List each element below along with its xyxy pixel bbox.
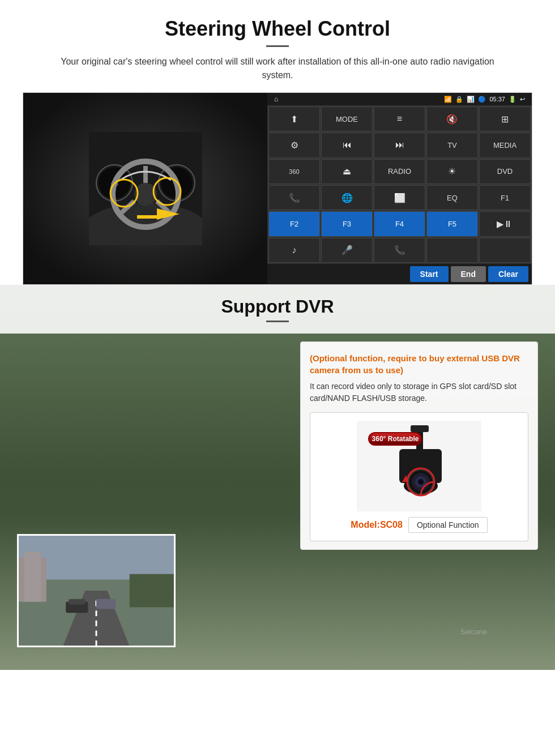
dvr-camera-svg: 360° Rotatable [357,421,481,511]
f1-btn[interactable]: F1 [479,185,531,210]
dvd-btn[interactable]: DVD [479,159,531,184]
svg-rect-17 [137,215,159,219]
sim-icon: 📊 [467,96,475,103]
svg-point-36 [418,479,424,485]
next-btn[interactable]: ⏭ [374,133,425,157]
settings-btn[interactable]: ⚙ [268,133,320,157]
steering-title: Steering Wheel Control [23,17,532,41]
f5-btn[interactable]: F5 [426,211,478,236]
clear-button[interactable]: Clear [488,266,528,282]
prev-btn[interactable]: ⏮ [321,133,373,157]
phone-btn[interactable]: 📞 [268,185,320,210]
steering-photo-inner: 100 60 [23,93,267,284]
music-btn[interactable]: ♪ [268,238,320,263]
call-btn[interactable]: 📞 [374,238,425,263]
back-icon[interactable]: ↩ [520,96,525,103]
status-icons: 📶 🔒 📊 🔵 05:37 🔋 ↩ [444,96,525,103]
start-button[interactable]: Start [410,266,449,282]
svg-rect-30 [411,425,429,432]
dvr-camera-image: 360° Rotatable [357,421,481,511]
car-bottom-bar: Start End Clear [267,264,532,284]
f4-btn[interactable]: F4 [374,211,425,236]
seicane-watermark: Seicane [460,627,487,636]
car-ui-grid: ⬆ MODE ≡ 🔇 ⊞ ⚙ ⏮ ⏭ TV MEDIA 360 ⏏ RADIO … [267,105,532,264]
dvr-description: It can record video only to storage in G… [310,381,528,404]
dvr-info-card: (Optional function, require to buy exter… [300,341,538,550]
optional-function-badge: Optional Function [408,517,488,533]
dvr-background: Support DVR [0,285,555,670]
steering-photo: 100 60 [23,93,267,284]
svg-rect-24 [130,574,174,608]
dvr-model-row: Model:SC08 Optional Function [351,517,487,533]
radio-btn[interactable]: RADIO [374,159,425,184]
wifi-icon: 📶 [444,96,452,103]
steering-composite: 100 60 [23,92,532,285]
dvr-inset-photo [17,534,176,647]
time-display: 05:37 [489,96,505,102]
360-btn[interactable]: 360 [268,159,320,184]
menu-btn[interactable]: ≡ [374,106,425,131]
battery-icon: 🔋 [509,96,516,103]
play-pause-btn[interactable]: ▶⏸ [479,211,531,236]
car-status-bar: ⌂ 📶 🔒 📊 🔵 05:37 🔋 ↩ [267,93,532,105]
dvr-optional-text: (Optional function, require to buy exter… [310,352,528,376]
steering-section: Steering Wheel Control Your original car… [0,0,555,285]
tv-btn[interactable]: TV [426,133,478,157]
svg-text:360° Rotatable: 360° Rotatable [372,435,419,443]
mic-btn[interactable]: 🎤 [321,238,373,263]
model-label: Model:SC08 [351,520,403,530]
empty1 [426,238,478,263]
empty2 [479,238,531,263]
steering-subtitle: Your original car's steering wheel contr… [45,55,510,82]
web-btn[interactable]: 🌐 [321,185,373,210]
steering-wheel-svg: 100 60 [89,132,202,245]
end-button[interactable]: End [451,266,486,282]
bluetooth-icon: 🔵 [478,96,486,103]
brightness-btn[interactable]: ☀ [426,159,478,184]
title-divider [266,45,289,47]
dvr-street-svg [19,534,174,647]
dvr-title-section: Support DVR [0,285,555,334]
eject-btn[interactable]: ⏏ [321,159,373,184]
dvr-title: Support DVR [11,296,544,317]
screen-btn[interactable]: ⬜ [374,185,425,210]
dvr-inset-inner [19,536,174,646]
home-icon[interactable]: ⌂ [274,95,278,103]
dvr-title-divider [266,321,289,322]
grid-btn[interactable]: ⊞ [479,106,531,131]
car-ui-panel: ⌂ 📶 🔒 📊 🔵 05:37 🔋 ↩ ⬆ MODE ≡ 🔇 ⊞ [267,93,532,284]
svg-rect-27 [96,599,116,609]
svg-rect-23 [24,552,41,602]
mute-btn[interactable]: 🔇 [426,106,478,131]
f3-btn[interactable]: F3 [321,211,373,236]
dvr-section: Support DVR [0,285,555,681]
media-btn[interactable]: MEDIA [479,133,531,157]
f2-btn[interactable]: F2 [268,211,320,236]
mode-btn[interactable]: MODE [321,106,373,131]
svg-rect-26 [69,599,85,605]
dvr-camera-box: 360° Rotatable Model:SC08 Optional Funct… [310,412,528,541]
eq-btn[interactable]: EQ [426,185,478,210]
nav-btn[interactable]: ⬆ [268,106,320,131]
lock-icon: 🔒 [455,96,463,103]
